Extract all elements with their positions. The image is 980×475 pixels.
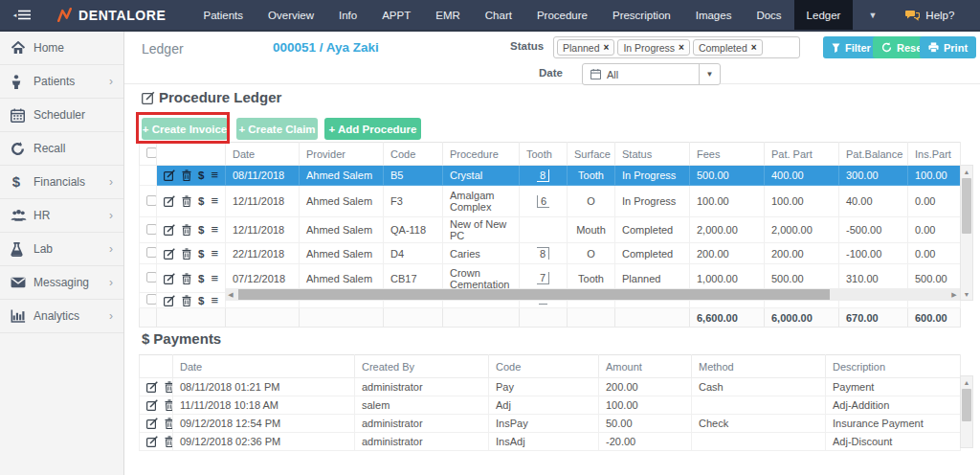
vertical-scroll-thumb[interactable] [962,389,971,421]
payment-row[interactable]: 09/12/2018 12:54 PMadministratorInsPay50… [140,415,961,433]
nav-item-emr[interactable]: EMR [423,0,473,30]
nav-more-dropdown[interactable]: ▼ [853,0,892,30]
edit-icon[interactable] [146,399,158,411]
invoice-icon[interactable]: ≡ [211,196,218,206]
patient-link[interactable]: 000051 / Aya Zaki [273,40,379,55]
delete-icon[interactable] [165,418,173,429]
chip-remove-icon[interactable]: × [604,42,610,53]
payment-icon[interactable]: $ [198,224,204,236]
sidebar-item-hr[interactable]: HR› [0,199,123,233]
sidebar-item-lab[interactable]: Lab› [0,233,123,266]
payment-icon[interactable]: $ [198,170,204,181]
edit-icon[interactable] [146,436,158,447]
sidebar-item-recall[interactable]: Recall [0,132,123,166]
nav-item-info[interactable]: Info [326,0,369,30]
delete-icon[interactable] [165,436,173,447]
payment-row[interactable]: 08/11/2018 01:21 PMadministratorPay200.0… [140,378,961,396]
payment-icon[interactable]: $ [198,248,204,260]
procedure-table-horizontal-scrollbar[interactable]: ◀ ▶ [225,288,960,301]
payment-icon[interactable]: $ [198,195,204,207]
page-title: Ledger [142,41,184,57]
scroll-left-icon[interactable]: ◀ [225,291,236,299]
scroll-right-icon[interactable]: ▶ [948,291,960,299]
nav-item-images[interactable]: Images [683,0,745,30]
row-checkbox[interactable] [146,272,157,283]
chip-remove-icon[interactable]: × [751,42,757,53]
date-filter-select[interactable]: All ▼ [582,63,721,85]
nav-item-appt[interactable]: APPT [369,0,423,30]
procedure-row[interactable]: $≡12/11/2018Ahmed SalemF3Amalgam Complex… [140,186,961,217]
nav-item-chart[interactable]: Chart [473,0,524,30]
edit-icon[interactable] [146,381,158,393]
edit-icon[interactable] [146,418,158,429]
status-chip-completed[interactable]: Completed× [693,39,763,56]
edit-icon[interactable] [164,248,175,260]
filter-button[interactable]: Filter [823,36,880,58]
status-filter-input[interactable]: Planned×In Progress×Completed× [553,36,800,58]
app-logo[interactable]: DENTALORE [44,8,190,23]
payments-table-vertical-scrollbar[interactable]: ▲ [960,375,973,448]
payments-title: $Payments [142,330,221,347]
sidebar-collapse-icon[interactable]: ◂ [0,10,44,20]
clinic-menu[interactable]: Dokki [968,9,980,21]
horizontal-scroll-thumb[interactable] [238,289,830,300]
nav-item-ledger[interactable]: Ledger [794,0,854,30]
payment-icon[interactable]: $ [198,295,204,306]
cell-pat-part: 100.00 [765,186,839,217]
sidebar-item-home[interactable]: Home [0,32,123,65]
invoice-icon[interactable]: ≡ [211,170,218,180]
edit-icon[interactable] [164,170,175,181]
delete-icon[interactable] [165,399,173,411]
payment-icon[interactable]: $ [198,273,204,284]
delete-icon[interactable] [182,273,191,284]
chevron-right-icon: › [109,276,113,289]
nav-item-procedure[interactable]: Procedure [524,0,600,30]
nav-item-overview[interactable]: Overview [256,0,326,30]
add-procedure-button[interactable]: + Add Procedure [324,118,421,140]
scroll-up-icon[interactable]: ▲ [961,166,972,177]
create-claim-button[interactable]: + Create Claim [236,118,318,140]
delete-icon[interactable] [182,170,191,181]
delete-icon[interactable] [182,195,191,207]
procedure-row[interactable]: $≡12/11/2018Ahmed SalemQA-118New of New … [140,217,961,243]
edit-icon[interactable] [164,295,175,306]
sidebar-item-messaging[interactable]: Messaging› [0,266,123,300]
payment-row[interactable]: 09/12/2018 02:36 PMadministratorInsAdj-2… [140,433,961,451]
procedure-row[interactable]: $≡08/11/2018Ahmed SalemB5Crystal8ToothIn… [140,166,961,186]
edit-icon[interactable] [164,273,175,284]
nav-item-patients[interactable]: Patients [190,0,256,30]
sidebar-item-patients[interactable]: Patients› [0,65,123,99]
chip-remove-icon[interactable]: × [679,42,684,53]
select-all-checkbox[interactable] [146,147,157,158]
invoice-icon[interactable]: ≡ [211,249,218,259]
sidebar-item-analytics[interactable]: Analytics› [0,300,123,333]
status-chip-in-progress[interactable]: In Progress× [617,39,690,56]
help-menu[interactable]: Help? [892,10,968,21]
edit-icon[interactable] [164,224,175,236]
nav-item-prescription[interactable]: Prescription [600,0,683,30]
row-checkbox[interactable] [146,224,157,235]
print-button[interactable]: Print [920,36,976,58]
invoice-icon[interactable]: ≡ [211,274,218,283]
payment-row[interactable]: 11/11/2018 10:18 AMsalemAdj100.00Adj-Add… [140,396,961,415]
scroll-down-icon[interactable]: ▼ [961,288,972,300]
procedure-row[interactable]: $≡22/11/2018Ahmed SalemD4Caries8OComplet… [140,243,961,264]
scroll-up-icon[interactable]: ▲ [961,376,972,388]
row-checkbox[interactable] [146,195,157,206]
vertical-scroll-thumb[interactable] [962,178,971,234]
procedure-table-vertical-scrollbar[interactable]: ▲ ▼ [960,165,973,301]
edit-icon[interactable] [164,195,175,207]
invoice-icon[interactable]: ≡ [211,296,218,305]
delete-icon[interactable] [182,295,191,306]
sidebar-item-scheduler[interactable]: Scheduler [0,99,123,132]
nav-item-docs[interactable]: Docs [744,0,793,30]
delete-icon[interactable] [182,224,191,236]
status-chip-planned[interactable]: Planned× [557,39,614,56]
create-invoice-button[interactable]: + Create Invoice [142,118,228,140]
delete-icon[interactable] [165,381,173,393]
row-checkbox[interactable] [146,247,157,258]
sidebar-item-financials[interactable]: $Financials› [0,166,123,199]
row-checkbox[interactable] [146,294,157,305]
delete-icon[interactable] [182,248,191,260]
invoice-icon[interactable]: ≡ [211,225,218,235]
